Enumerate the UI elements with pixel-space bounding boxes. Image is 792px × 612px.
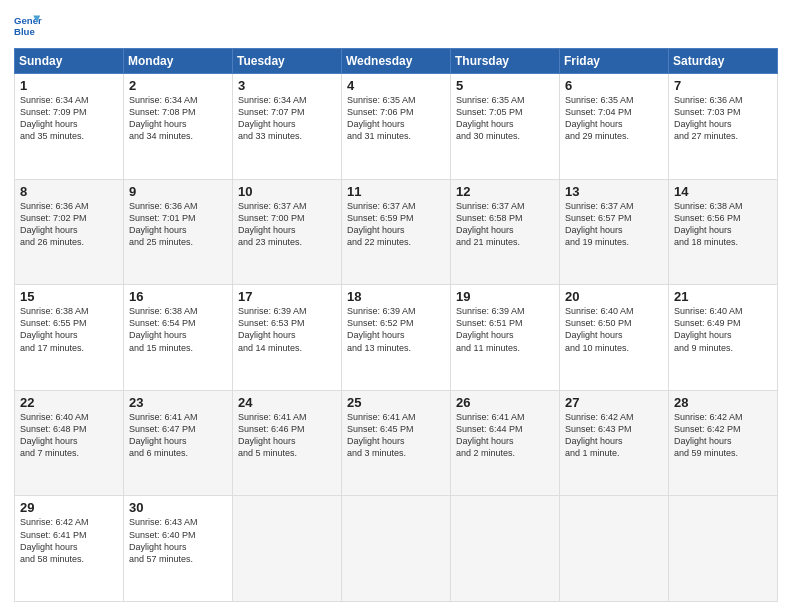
calendar-cell: 10Sunrise: 6:37 AMSunset: 7:00 PMDayligh… xyxy=(233,179,342,285)
calendar-cell: 20Sunrise: 6:40 AMSunset: 6:50 PMDayligh… xyxy=(560,285,669,391)
day-info: Sunrise: 6:41 AMSunset: 6:47 PMDaylight … xyxy=(129,412,198,458)
header: General Blue xyxy=(14,12,778,40)
calendar-cell: 23Sunrise: 6:41 AMSunset: 6:47 PMDayligh… xyxy=(124,390,233,496)
day-info: Sunrise: 6:40 AMSunset: 6:50 PMDaylight … xyxy=(565,306,634,352)
day-info: Sunrise: 6:35 AMSunset: 7:04 PMDaylight … xyxy=(565,95,634,141)
day-number: 4 xyxy=(347,78,445,93)
calendar-cell xyxy=(342,496,451,602)
calendar-cell: 3Sunrise: 6:34 AMSunset: 7:07 PMDaylight… xyxy=(233,74,342,180)
logo-icon: General Blue xyxy=(14,12,42,40)
calendar-cell: 6Sunrise: 6:35 AMSunset: 7:04 PMDaylight… xyxy=(560,74,669,180)
calendar-cell: 7Sunrise: 6:36 AMSunset: 7:03 PMDaylight… xyxy=(669,74,778,180)
weekday-header-thursday: Thursday xyxy=(451,49,560,74)
day-info: Sunrise: 6:39 AMSunset: 6:53 PMDaylight … xyxy=(238,306,307,352)
day-info: Sunrise: 6:39 AMSunset: 6:51 PMDaylight … xyxy=(456,306,525,352)
calendar-page: General Blue SundayMondayTuesdayWednesda… xyxy=(0,0,792,612)
day-number: 27 xyxy=(565,395,663,410)
day-info: Sunrise: 6:42 AMSunset: 6:42 PMDaylight … xyxy=(674,412,743,458)
calendar-cell: 17Sunrise: 6:39 AMSunset: 6:53 PMDayligh… xyxy=(233,285,342,391)
day-info: Sunrise: 6:36 AMSunset: 7:01 PMDaylight … xyxy=(129,201,198,247)
weekday-header-sunday: Sunday xyxy=(15,49,124,74)
day-number: 22 xyxy=(20,395,118,410)
svg-text:Blue: Blue xyxy=(14,26,35,37)
weekday-header-tuesday: Tuesday xyxy=(233,49,342,74)
day-number: 8 xyxy=(20,184,118,199)
day-number: 30 xyxy=(129,500,227,515)
calendar-cell xyxy=(560,496,669,602)
calendar-cell: 16Sunrise: 6:38 AMSunset: 6:54 PMDayligh… xyxy=(124,285,233,391)
day-info: Sunrise: 6:37 AMSunset: 6:57 PMDaylight … xyxy=(565,201,634,247)
day-number: 29 xyxy=(20,500,118,515)
day-number: 25 xyxy=(347,395,445,410)
calendar-cell: 26Sunrise: 6:41 AMSunset: 6:44 PMDayligh… xyxy=(451,390,560,496)
day-info: Sunrise: 6:38 AMSunset: 6:54 PMDaylight … xyxy=(129,306,198,352)
day-info: Sunrise: 6:39 AMSunset: 6:52 PMDaylight … xyxy=(347,306,416,352)
day-info: Sunrise: 6:43 AMSunset: 6:40 PMDaylight … xyxy=(129,517,198,563)
day-info: Sunrise: 6:40 AMSunset: 6:48 PMDaylight … xyxy=(20,412,89,458)
day-info: Sunrise: 6:34 AMSunset: 7:09 PMDaylight … xyxy=(20,95,89,141)
day-number: 5 xyxy=(456,78,554,93)
calendar-cell: 18Sunrise: 6:39 AMSunset: 6:52 PMDayligh… xyxy=(342,285,451,391)
day-number: 13 xyxy=(565,184,663,199)
day-number: 16 xyxy=(129,289,227,304)
day-info: Sunrise: 6:36 AMSunset: 7:02 PMDaylight … xyxy=(20,201,89,247)
day-number: 6 xyxy=(565,78,663,93)
calendar-cell: 27Sunrise: 6:42 AMSunset: 6:43 PMDayligh… xyxy=(560,390,669,496)
day-info: Sunrise: 6:42 AMSunset: 6:41 PMDaylight … xyxy=(20,517,89,563)
day-info: Sunrise: 6:41 AMSunset: 6:45 PMDaylight … xyxy=(347,412,416,458)
calendar-cell: 14Sunrise: 6:38 AMSunset: 6:56 PMDayligh… xyxy=(669,179,778,285)
calendar-cell: 30Sunrise: 6:43 AMSunset: 6:40 PMDayligh… xyxy=(124,496,233,602)
calendar-cell: 19Sunrise: 6:39 AMSunset: 6:51 PMDayligh… xyxy=(451,285,560,391)
day-number: 1 xyxy=(20,78,118,93)
day-info: Sunrise: 6:37 AMSunset: 7:00 PMDaylight … xyxy=(238,201,307,247)
day-info: Sunrise: 6:40 AMSunset: 6:49 PMDaylight … xyxy=(674,306,743,352)
day-info: Sunrise: 6:42 AMSunset: 6:43 PMDaylight … xyxy=(565,412,634,458)
day-number: 15 xyxy=(20,289,118,304)
calendar-cell: 28Sunrise: 6:42 AMSunset: 6:42 PMDayligh… xyxy=(669,390,778,496)
calendar-cell: 15Sunrise: 6:38 AMSunset: 6:55 PMDayligh… xyxy=(15,285,124,391)
weekday-header-wednesday: Wednesday xyxy=(342,49,451,74)
day-info: Sunrise: 6:37 AMSunset: 6:59 PMDaylight … xyxy=(347,201,416,247)
day-number: 21 xyxy=(674,289,772,304)
day-number: 9 xyxy=(129,184,227,199)
calendar-cell: 13Sunrise: 6:37 AMSunset: 6:57 PMDayligh… xyxy=(560,179,669,285)
calendar-cell: 12Sunrise: 6:37 AMSunset: 6:58 PMDayligh… xyxy=(451,179,560,285)
day-info: Sunrise: 6:35 AMSunset: 7:06 PMDaylight … xyxy=(347,95,416,141)
day-info: Sunrise: 6:34 AMSunset: 7:08 PMDaylight … xyxy=(129,95,198,141)
day-info: Sunrise: 6:38 AMSunset: 6:55 PMDaylight … xyxy=(20,306,89,352)
day-number: 19 xyxy=(456,289,554,304)
calendar-cell: 22Sunrise: 6:40 AMSunset: 6:48 PMDayligh… xyxy=(15,390,124,496)
calendar-cell: 1Sunrise: 6:34 AMSunset: 7:09 PMDaylight… xyxy=(15,74,124,180)
day-number: 26 xyxy=(456,395,554,410)
day-info: Sunrise: 6:41 AMSunset: 6:44 PMDaylight … xyxy=(456,412,525,458)
day-number: 3 xyxy=(238,78,336,93)
day-info: Sunrise: 6:37 AMSunset: 6:58 PMDaylight … xyxy=(456,201,525,247)
calendar-cell: 29Sunrise: 6:42 AMSunset: 6:41 PMDayligh… xyxy=(15,496,124,602)
calendar-cell: 21Sunrise: 6:40 AMSunset: 6:49 PMDayligh… xyxy=(669,285,778,391)
day-number: 2 xyxy=(129,78,227,93)
calendar-cell: 24Sunrise: 6:41 AMSunset: 6:46 PMDayligh… xyxy=(233,390,342,496)
calendar-cell: 8Sunrise: 6:36 AMSunset: 7:02 PMDaylight… xyxy=(15,179,124,285)
logo: General Blue xyxy=(14,12,42,40)
day-number: 20 xyxy=(565,289,663,304)
day-number: 11 xyxy=(347,184,445,199)
day-number: 24 xyxy=(238,395,336,410)
day-number: 14 xyxy=(674,184,772,199)
day-number: 12 xyxy=(456,184,554,199)
day-info: Sunrise: 6:38 AMSunset: 6:56 PMDaylight … xyxy=(674,201,743,247)
weekday-header-monday: Monday xyxy=(124,49,233,74)
calendar-cell xyxy=(669,496,778,602)
weekday-header-friday: Friday xyxy=(560,49,669,74)
day-number: 10 xyxy=(238,184,336,199)
day-number: 28 xyxy=(674,395,772,410)
day-info: Sunrise: 6:34 AMSunset: 7:07 PMDaylight … xyxy=(238,95,307,141)
calendar-cell: 5Sunrise: 6:35 AMSunset: 7:05 PMDaylight… xyxy=(451,74,560,180)
day-number: 18 xyxy=(347,289,445,304)
calendar-cell: 11Sunrise: 6:37 AMSunset: 6:59 PMDayligh… xyxy=(342,179,451,285)
calendar-cell: 9Sunrise: 6:36 AMSunset: 7:01 PMDaylight… xyxy=(124,179,233,285)
calendar-cell: 4Sunrise: 6:35 AMSunset: 7:06 PMDaylight… xyxy=(342,74,451,180)
day-info: Sunrise: 6:36 AMSunset: 7:03 PMDaylight … xyxy=(674,95,743,141)
calendar-table: SundayMondayTuesdayWednesdayThursdayFrid… xyxy=(14,48,778,602)
weekday-header-saturday: Saturday xyxy=(669,49,778,74)
calendar-cell xyxy=(233,496,342,602)
